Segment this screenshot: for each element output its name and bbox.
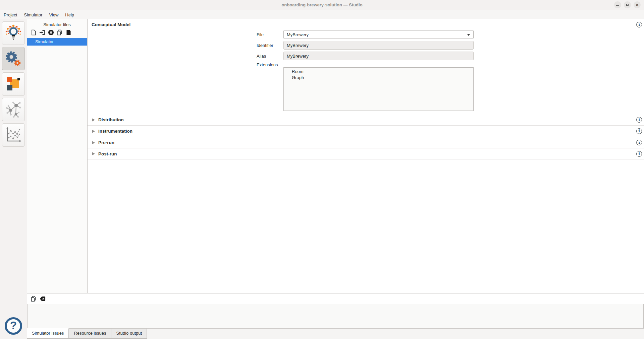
- file-row: File MyBrewery: [88, 30, 644, 39]
- expander-triangle-icon: [92, 152, 95, 155]
- copy-icon[interactable]: [31, 296, 37, 302]
- alias-field[interactable]: [283, 52, 474, 60]
- window-controls: ✕: [614, 1, 641, 8]
- expander-triangle-icon: [92, 130, 95, 133]
- help-icon: ?: [4, 316, 23, 336]
- file-dropdown-value: MyBrewery: [287, 32, 309, 37]
- svg-text:?: ?: [10, 319, 17, 332]
- menubar: Project Simulator View Help: [0, 10, 644, 19]
- info-icon[interactable]: i: [636, 22, 642, 27]
- file-dropdown[interactable]: MyBrewery: [283, 30, 474, 39]
- sidebar-item-simulator[interactable]: [2, 47, 25, 70]
- content-area: Simulator files: [27, 19, 644, 339]
- page-title: Conceptual Model: [92, 22, 130, 27]
- files-toolbar: [27, 28, 87, 38]
- issues-toolbar: [27, 293, 644, 304]
- files-panel-title: Simulator files: [27, 19, 87, 28]
- file-item-simulator[interactable]: Simulator: [27, 38, 87, 46]
- section-post-run[interactable]: Post-run i: [88, 148, 644, 159]
- main-header: Conceptual Model i: [88, 21, 644, 28]
- info-icon[interactable]: i: [636, 140, 642, 145]
- simulator-files-panel: Simulator files: [27, 19, 88, 293]
- main-panel: Conceptual Model i File MyBrewery Identi…: [88, 19, 644, 293]
- identifier-row: Identifier: [88, 41, 644, 50]
- minimize-icon: [616, 5, 619, 6]
- results-chart-icon: [5, 126, 22, 144]
- chevron-down-icon: [467, 34, 470, 36]
- menu-simulator[interactable]: Simulator: [21, 11, 45, 18]
- sidebar-item-results[interactable]: [2, 123, 25, 147]
- info-icon[interactable]: i: [636, 151, 642, 157]
- remove-file-icon[interactable]: [48, 29, 54, 36]
- expander-triangle-icon: [92, 118, 95, 122]
- maximize-button[interactable]: [624, 1, 631, 8]
- menu-view[interactable]: View: [46, 11, 61, 18]
- menu-help[interactable]: Help: [62, 11, 77, 18]
- sidebar-item-resources[interactable]: [2, 72, 25, 96]
- clear-icon[interactable]: [40, 296, 46, 302]
- close-button[interactable]: ✕: [634, 1, 641, 8]
- titlebar: onboarding-brewery-solution — Studio ✕: [0, 0, 644, 10]
- extension-item-room[interactable]: Room: [284, 69, 473, 75]
- idea-lightbulb-icon: [5, 24, 22, 42]
- issues-panel: Simulator issues Resource issues Studio …: [27, 293, 644, 339]
- sidebar-item-network[interactable]: [2, 98, 25, 121]
- new-file-icon[interactable]: [31, 29, 37, 36]
- tab-resource-issues[interactable]: Resource issues: [69, 329, 111, 339]
- file-label: File: [257, 32, 283, 37]
- dark-file-icon[interactable]: [65, 29, 71, 36]
- expander-triangle-icon: [92, 141, 95, 144]
- workspace: Simulator files: [27, 19, 644, 293]
- info-icon[interactable]: i: [636, 128, 642, 134]
- section-instrumentation[interactable]: Instrumentation i: [88, 125, 644, 137]
- simulator-gears-icon: [5, 50, 22, 67]
- tab-studio-output[interactable]: Studio output: [111, 329, 147, 339]
- menu-project[interactable]: Project: [1, 11, 20, 18]
- copy-file-icon[interactable]: [57, 29, 63, 36]
- import-file-icon[interactable]: [39, 29, 45, 36]
- mode-sidebar: ?: [0, 19, 27, 339]
- info-icon[interactable]: i: [636, 117, 642, 123]
- help-button[interactable]: ?: [3, 316, 24, 336]
- extensions-label: Extensions: [257, 62, 283, 67]
- collapsible-sections: Distribution i Instrumentation i Pre-run…: [88, 114, 644, 159]
- resources-squares-icon: [5, 76, 22, 92]
- window-title: onboarding-brewery-solution — Studio: [281, 2, 362, 7]
- alias-row: Alias: [88, 52, 644, 60]
- extensions-listbox[interactable]: Room Graph: [283, 67, 474, 111]
- section-distribution[interactable]: Distribution i: [88, 114, 644, 125]
- sidebar-item-ideas[interactable]: [2, 21, 25, 45]
- tab-simulator-issues[interactable]: Simulator issues: [27, 328, 69, 339]
- conceptual-model-form: File MyBrewery Identifier Alias: [88, 30, 644, 111]
- app-body: ? Simulator files: [0, 19, 644, 339]
- extensions-row: Extensions Room Graph: [88, 62, 644, 111]
- alias-label: Alias: [257, 54, 283, 59]
- network-graph-icon: [5, 101, 22, 118]
- identifier-field[interactable]: [283, 41, 474, 50]
- close-icon: ✕: [635, 3, 639, 7]
- issues-list[interactable]: [27, 304, 644, 329]
- files-list: Simulator: [27, 38, 87, 46]
- issues-tabs: Simulator issues Resource issues Studio …: [27, 329, 644, 339]
- maximize-icon: [626, 4, 629, 6]
- minimize-button[interactable]: [614, 1, 621, 8]
- section-pre-run[interactable]: Pre-run i: [88, 137, 644, 148]
- identifier-label: Identifier: [257, 43, 283, 48]
- extension-item-graph[interactable]: Graph: [284, 75, 473, 81]
